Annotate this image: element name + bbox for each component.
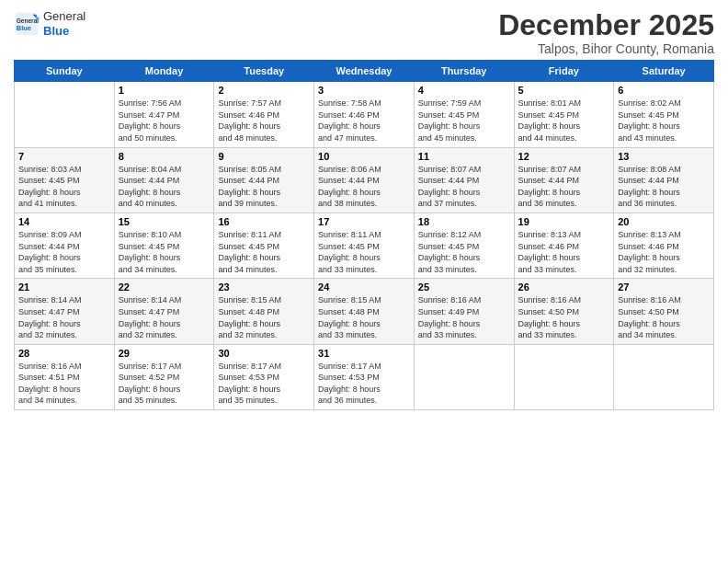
day-info: Sunrise: 8:15 AM Sunset: 4:48 PM Dayligh… — [318, 294, 410, 340]
day-number: 4 — [418, 85, 510, 96]
day-info: Sunrise: 8:13 AM Sunset: 4:46 PM Dayligh… — [618, 229, 710, 275]
day-number: 3 — [318, 85, 410, 96]
calendar-body: 1Sunrise: 7:56 AM Sunset: 4:47 PM Daylig… — [15, 82, 714, 410]
day-info: Sunrise: 7:56 AM Sunset: 4:47 PM Dayligh… — [119, 98, 210, 144]
svg-text:Blue: Blue — [17, 24, 31, 32]
calendar-cell: 1Sunrise: 7:56 AM Sunset: 4:47 PM Daylig… — [114, 82, 214, 147]
calendar-cell — [15, 82, 115, 147]
day-number: 6 — [618, 85, 710, 96]
day-info: Sunrise: 8:13 AM Sunset: 4:46 PM Dayligh… — [518, 229, 610, 275]
day-number: 16 — [218, 216, 310, 227]
day-number: 25 — [418, 282, 510, 293]
day-info: Sunrise: 8:15 AM Sunset: 4:48 PM Dayligh… — [218, 294, 310, 340]
calendar-cell: 16Sunrise: 8:11 AM Sunset: 4:45 PM Dayli… — [214, 213, 314, 278]
day-info: Sunrise: 8:17 AM Sunset: 4:52 PM Dayligh… — [119, 361, 210, 407]
day-number: 12 — [518, 151, 610, 162]
day-info: Sunrise: 8:16 AM Sunset: 4:49 PM Dayligh… — [418, 294, 510, 340]
calendar-cell: 27Sunrise: 8:16 AM Sunset: 4:50 PM Dayli… — [614, 279, 714, 344]
calendar-cell: 25Sunrise: 8:16 AM Sunset: 4:49 PM Dayli… — [414, 279, 514, 344]
calendar-header: SundayMondayTuesdayWednesdayThursdayFrid… — [15, 61, 714, 82]
day-number: 10 — [318, 151, 410, 162]
calendar-cell: 3Sunrise: 7:58 AM Sunset: 4:46 PM Daylig… — [314, 82, 415, 147]
day-header-tuesday: Tuesday — [214, 61, 314, 82]
day-number: 17 — [318, 216, 410, 227]
logo-general: General — [43, 9, 85, 24]
calendar-cell — [414, 344, 514, 409]
day-header-sunday: Sunday — [15, 61, 115, 82]
day-number: 30 — [218, 348, 310, 359]
calendar-cell: 15Sunrise: 8:10 AM Sunset: 4:45 PM Dayli… — [114, 213, 214, 278]
day-header-thursday: Thursday — [414, 61, 514, 82]
day-number: 9 — [218, 151, 310, 162]
day-header-monday: Monday — [114, 61, 214, 82]
week-row-2: 7Sunrise: 8:03 AM Sunset: 4:45 PM Daylig… — [15, 147, 714, 213]
day-info: Sunrise: 8:10 AM Sunset: 4:45 PM Dayligh… — [119, 229, 210, 275]
day-info: Sunrise: 8:11 AM Sunset: 4:45 PM Dayligh… — [318, 229, 410, 275]
calendar-cell: 4Sunrise: 7:59 AM Sunset: 4:45 PM Daylig… — [414, 82, 514, 147]
day-info: Sunrise: 7:59 AM Sunset: 4:45 PM Dayligh… — [418, 98, 510, 144]
day-number: 28 — [18, 348, 110, 359]
calendar-cell: 12Sunrise: 8:07 AM Sunset: 4:44 PM Dayli… — [514, 147, 614, 213]
calendar-cell — [514, 344, 614, 409]
day-number: 21 — [18, 282, 110, 293]
calendar-cell: 26Sunrise: 8:16 AM Sunset: 4:50 PM Dayli… — [514, 279, 614, 344]
title-block: December 2025 Talpos, Bihor County, Roma… — [498, 9, 714, 56]
day-info: Sunrise: 8:16 AM Sunset: 4:51 PM Dayligh… — [18, 361, 110, 407]
day-info: Sunrise: 8:08 AM Sunset: 4:44 PM Dayligh… — [618, 164, 710, 210]
day-info: Sunrise: 8:06 AM Sunset: 4:44 PM Dayligh… — [318, 164, 410, 210]
calendar-cell: 6Sunrise: 8:02 AM Sunset: 4:45 PM Daylig… — [614, 82, 714, 147]
logo-blue: Blue — [43, 24, 69, 38]
day-number: 31 — [318, 348, 410, 359]
day-number: 5 — [518, 85, 610, 96]
calendar-cell: 2Sunrise: 7:57 AM Sunset: 4:46 PM Daylig… — [214, 82, 314, 147]
main-title: December 2025 — [498, 9, 714, 41]
day-info: Sunrise: 7:58 AM Sunset: 4:46 PM Dayligh… — [318, 98, 410, 144]
day-info: Sunrise: 8:03 AM Sunset: 4:45 PM Dayligh… — [18, 164, 110, 210]
page-container: General Blue General Blue December 2025 … — [0, 0, 728, 563]
calendar-cell: 17Sunrise: 8:11 AM Sunset: 4:45 PM Dayli… — [314, 213, 415, 278]
calendar-cell: 8Sunrise: 8:04 AM Sunset: 4:44 PM Daylig… — [114, 147, 214, 213]
day-number: 13 — [618, 151, 710, 162]
week-row-3: 14Sunrise: 8:09 AM Sunset: 4:44 PM Dayli… — [15, 213, 714, 278]
calendar-cell: 14Sunrise: 8:09 AM Sunset: 4:44 PM Dayli… — [15, 213, 115, 278]
day-info: Sunrise: 8:07 AM Sunset: 4:44 PM Dayligh… — [518, 164, 610, 210]
calendar-cell: 29Sunrise: 8:17 AM Sunset: 4:52 PM Dayli… — [114, 344, 214, 409]
day-info: Sunrise: 8:16 AM Sunset: 4:50 PM Dayligh… — [518, 294, 610, 340]
day-info: Sunrise: 8:16 AM Sunset: 4:50 PM Dayligh… — [618, 294, 710, 340]
calendar-cell: 18Sunrise: 8:12 AM Sunset: 4:45 PM Dayli… — [414, 213, 514, 278]
day-number: 22 — [119, 282, 210, 293]
day-number: 29 — [119, 348, 210, 359]
calendar-cell: 11Sunrise: 8:07 AM Sunset: 4:44 PM Dayli… — [414, 147, 514, 213]
calendar-cell: 7Sunrise: 8:03 AM Sunset: 4:45 PM Daylig… — [15, 147, 115, 213]
calendar-cell: 19Sunrise: 8:13 AM Sunset: 4:46 PM Dayli… — [514, 213, 614, 278]
logo: General Blue General Blue — [14, 9, 85, 38]
calendar-cell: 22Sunrise: 8:14 AM Sunset: 4:47 PM Dayli… — [114, 279, 214, 344]
day-number: 14 — [18, 216, 110, 227]
day-number: 11 — [418, 151, 510, 162]
day-number: 24 — [318, 282, 410, 293]
calendar-cell: 10Sunrise: 8:06 AM Sunset: 4:44 PM Dayli… — [314, 147, 415, 213]
day-info: Sunrise: 7:57 AM Sunset: 4:46 PM Dayligh… — [218, 98, 310, 144]
calendar-cell: 20Sunrise: 8:13 AM Sunset: 4:46 PM Dayli… — [614, 213, 714, 278]
day-number: 19 — [518, 216, 610, 227]
day-info: Sunrise: 8:05 AM Sunset: 4:44 PM Dayligh… — [218, 164, 310, 210]
day-info: Sunrise: 8:02 AM Sunset: 4:45 PM Dayligh… — [618, 98, 710, 144]
day-info: Sunrise: 8:01 AM Sunset: 4:45 PM Dayligh… — [518, 98, 610, 144]
day-number: 15 — [119, 216, 210, 227]
day-info: Sunrise: 8:12 AM Sunset: 4:45 PM Dayligh… — [418, 229, 510, 275]
header: General Blue General Blue December 2025 … — [14, 9, 714, 56]
day-number: 7 — [18, 151, 110, 162]
day-number: 27 — [618, 282, 710, 293]
day-info: Sunrise: 8:04 AM Sunset: 4:44 PM Dayligh… — [119, 164, 210, 210]
calendar-cell: 23Sunrise: 8:15 AM Sunset: 4:48 PM Dayli… — [214, 279, 314, 344]
week-row-5: 28Sunrise: 8:16 AM Sunset: 4:51 PM Dayli… — [15, 344, 714, 409]
logo-icon: General Blue — [14, 11, 40, 37]
day-info: Sunrise: 8:14 AM Sunset: 4:47 PM Dayligh… — [119, 294, 210, 340]
calendar-cell: 30Sunrise: 8:17 AM Sunset: 4:53 PM Dayli… — [214, 344, 314, 409]
calendar-cell: 5Sunrise: 8:01 AM Sunset: 4:45 PM Daylig… — [514, 82, 614, 147]
calendar-cell: 13Sunrise: 8:08 AM Sunset: 4:44 PM Dayli… — [614, 147, 714, 213]
day-header-saturday: Saturday — [614, 61, 714, 82]
day-number: 23 — [218, 282, 310, 293]
svg-text:General: General — [17, 17, 39, 24]
day-number: 20 — [618, 216, 710, 227]
